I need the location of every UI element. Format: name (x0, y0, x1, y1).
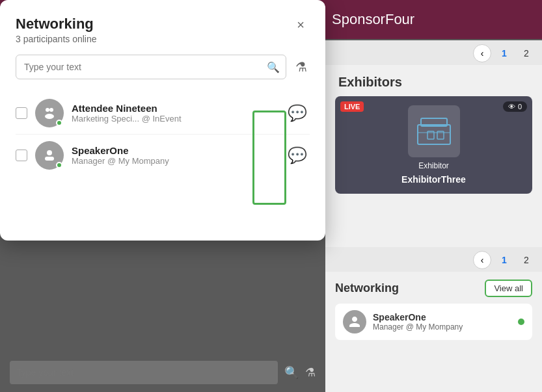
bottom-search-icon[interactable]: 🔍 (284, 365, 299, 380)
participant-item-1: Attendee Nineteen Marketing Speci... @ I… (16, 92, 310, 135)
modal-title: Networking (16, 16, 97, 33)
view-count-value: 0 (518, 103, 522, 111)
participant-list: Attendee Nineteen Marketing Speci... @ I… (16, 92, 310, 176)
networking-bottom: Networking View all SpeakerOne Manager @… (325, 272, 542, 392)
participant-info-1: Attendee Nineteen Marketing Speci... @ I… (72, 103, 277, 124)
modal-subtitle: 3 participants online (16, 34, 97, 44)
pagination-bar-1: ‹ 1 2 (325, 40, 542, 66)
page-num-4[interactable]: 2 (517, 251, 535, 269)
participant-info-2: SpeakerOne Manager @ My Mompany (72, 145, 277, 166)
modal-search-input[interactable] (16, 55, 286, 79)
pagination-bar-2: ‹ 1 2 (325, 247, 542, 273)
chat-button-1[interactable]: 💬 (285, 101, 310, 125)
page-num-3[interactable]: 1 (495, 251, 513, 269)
filter-button[interactable]: ⚗ (293, 57, 310, 77)
exhibitor-icon-wrap (408, 105, 460, 157)
bottom-participant-info: SpeakerOne Manager @ My Mompany (373, 312, 511, 332)
modal-title-group: Networking 3 participants online (16, 16, 97, 44)
exhibitor-building-icon (414, 115, 454, 148)
exhibitors-title: Exhibitors (325, 65, 542, 96)
bottom-participant-avatar (343, 310, 366, 333)
prev-page-btn-1[interactable]: ‹ (473, 44, 491, 62)
modal-close-button[interactable]: × (291, 16, 310, 34)
bottom-search-input[interactable] (10, 361, 278, 384)
page-num-2[interactable]: 2 (517, 44, 535, 62)
modal-search-row: 🔍 ⚗ (16, 55, 310, 79)
networking-bottom-title: Networking (335, 281, 399, 295)
bottom-search-area: 🔍 ⚗ (0, 353, 325, 392)
svg-point-8 (47, 150, 52, 155)
bottom-filter-icon[interactable]: ⚗ (305, 365, 316, 380)
person-icon (348, 315, 361, 328)
participant-role-1: Marketing Speci... @ InEvent (72, 114, 277, 124)
view-count: 👁 0 (503, 101, 527, 112)
participant-name-2: SpeakerOne (72, 145, 277, 156)
networking-bottom-header: Networking View all (335, 280, 532, 297)
exhibitor-name: ExhibitorThree (401, 174, 466, 185)
modal-header: Networking 3 participants online × (16, 16, 310, 44)
participant-role-2: Manager @ My Mompany (72, 156, 277, 166)
page-num-1[interactable]: 1 (495, 44, 513, 62)
online-dot-2 (56, 162, 62, 168)
search-input-wrap: 🔍 (16, 55, 286, 79)
participant-checkbox-1[interactable] (16, 107, 27, 119)
bottom-participant-row: SpeakerOne Manager @ My Mompany (335, 304, 532, 340)
participant-avatar-2 (35, 141, 64, 170)
eye-icon: 👁 (508, 103, 515, 111)
svg-point-6 (49, 108, 53, 112)
bottom-participant-role: Manager @ My Mompany (373, 322, 511, 332)
live-badge: LIVE (340, 101, 364, 112)
networking-modal: Networking 3 participants online × 🔍 ⚗ (0, 0, 325, 241)
prev-page-btn-2[interactable]: ‹ (473, 251, 491, 269)
participant-item-2: SpeakerOne Manager @ My Mompany 💬 (16, 135, 310, 176)
exhibitor-card[interactable]: LIVE 👁 0 Exhibitor ExhibitorThree (335, 96, 532, 194)
avatar-icon-1 (42, 105, 57, 121)
online-dot-1 (56, 120, 62, 126)
svg-point-7 (45, 114, 54, 119)
online-indicator (518, 319, 524, 325)
participant-checkbox-2[interactable] (16, 150, 27, 161)
search-icon: 🔍 (267, 61, 280, 73)
view-all-button[interactable]: View all (485, 280, 532, 297)
svg-point-5 (46, 108, 49, 112)
avatar-icon-2 (42, 148, 57, 163)
exhibitor-label: Exhibitor (418, 161, 449, 170)
sponsor-title: SponsorFour (332, 11, 414, 28)
chat-button-2[interactable]: 💬 (285, 143, 310, 168)
participant-avatar-1 (35, 99, 64, 127)
participant-name-1: Attendee Nineteen (72, 103, 277, 114)
bottom-participant-name: SpeakerOne (373, 312, 511, 322)
svg-rect-9 (45, 157, 54, 161)
